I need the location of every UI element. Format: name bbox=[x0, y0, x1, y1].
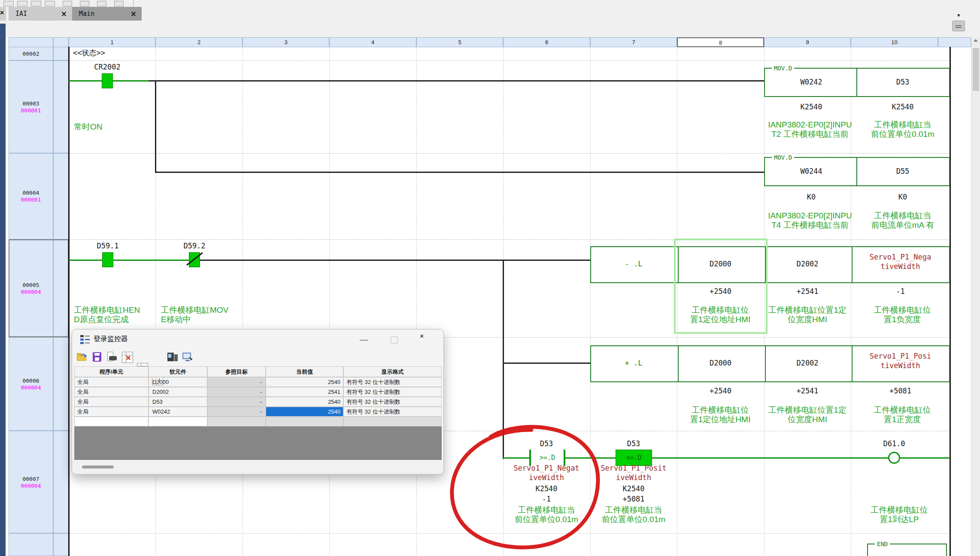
col-header-2[interactable]: 2 bbox=[155, 37, 243, 47]
col-header-9[interactable]: 9 bbox=[764, 37, 851, 47]
cell-device[interactable]: D53 bbox=[149, 397, 207, 407]
row-header-00003[interactable]: 00003 000001 bbox=[9, 60, 53, 153]
row-header-00006[interactable]: 00006 000004 bbox=[9, 337, 53, 431]
minimize-button[interactable] bbox=[360, 340, 368, 341]
operand[interactable]: D53 bbox=[859, 77, 947, 87]
gridline bbox=[69, 239, 950, 240]
toolbar-separator bbox=[133, 0, 133, 6]
maximize-button[interactable] bbox=[391, 336, 398, 344]
scrollbar-thumb[interactable] bbox=[973, 48, 979, 91]
operand[interactable]: D2002 bbox=[764, 358, 851, 368]
toolbar-button[interactable] bbox=[97, 1, 106, 6]
operand-comment: IANP3802-EP0[2]INPUT2 工件横移电缸当前 bbox=[763, 120, 857, 139]
toolbar-button[interactable] bbox=[63, 1, 72, 6]
tab-main[interactable]: Main × bbox=[72, 7, 142, 21]
col-header-display-format[interactable]: 显示格式 bbox=[343, 366, 442, 377]
cell-empty[interactable] bbox=[149, 417, 207, 426]
operand-symbol[interactable]: Servo1_P1_PositiveWidth bbox=[851, 351, 950, 370]
cell-value[interactable]: 2540 bbox=[266, 377, 343, 387]
cell-scope[interactable]: 全局 bbox=[74, 407, 149, 417]
cell-empty[interactable] bbox=[266, 417, 343, 426]
cell-reference[interactable]: - bbox=[207, 407, 266, 417]
horizontal-scrollbar[interactable] bbox=[72, 460, 443, 474]
row-header-00004[interactable]: 00004 000001 bbox=[9, 153, 53, 239]
cell-empty[interactable] bbox=[74, 417, 149, 426]
cell-value[interactable]: 2540 bbox=[266, 397, 343, 407]
cell-value-selected[interactable]: 2540 bbox=[266, 407, 343, 417]
row-step: 000004 bbox=[9, 483, 53, 490]
col-header-current-value[interactable]: 当前值 bbox=[266, 366, 343, 377]
cell-reference[interactable]: - bbox=[207, 387, 266, 397]
cell-format[interactable]: 有符号 32 位十进制数 bbox=[343, 397, 442, 407]
window-title-bar[interactable]: 登录监控器 × bbox=[72, 329, 443, 349]
toolbar-button[interactable] bbox=[80, 1, 89, 6]
operand[interactable]: D55 bbox=[859, 166, 947, 176]
operand[interactable]: W0244 bbox=[768, 166, 854, 176]
col-header-5[interactable]: 5 bbox=[416, 37, 503, 47]
tab-fragment[interactable]: × bbox=[0, 7, 6, 21]
scrollbar-thumb[interactable] bbox=[82, 465, 114, 468]
cell-device[interactable]: W0242 bbox=[149, 407, 207, 417]
toolbar-button[interactable] bbox=[45, 1, 55, 6]
ladder-canvas[interactable] bbox=[6, 37, 971, 556]
row-header-00007[interactable]: 00007 000004 bbox=[9, 431, 53, 533]
col-header-3[interactable]: 3 bbox=[243, 37, 329, 47]
register-monitor-window[interactable]: 登录监控器 × ↷ × ↓ ↑ bbox=[72, 329, 444, 474]
find-register-icon[interactable] bbox=[106, 352, 118, 363]
wire bbox=[503, 363, 590, 364]
col-header-10[interactable]: 10 bbox=[851, 37, 938, 47]
cell-scope[interactable]: 全局 bbox=[74, 377, 149, 387]
cell-value[interactable]: 2541 bbox=[266, 387, 343, 397]
vertical-scrollbar[interactable] bbox=[971, 37, 980, 556]
monitor-display-icon[interactable]: ↘ bbox=[182, 352, 194, 363]
cell-format[interactable]: 有符号 32 位十进制数 bbox=[343, 377, 442, 387]
splitter-button[interactable] bbox=[952, 21, 965, 31]
cell-scope[interactable]: 全局 bbox=[74, 387, 149, 397]
save-icon[interactable] bbox=[92, 352, 103, 363]
col-header-device[interactable]: 软元件 bbox=[149, 366, 207, 377]
coil-comment: 工件横移电缸位置1到达LP bbox=[854, 505, 945, 524]
operand[interactable]: W0242 bbox=[768, 77, 854, 87]
cell-device[interactable]: D2000 bbox=[149, 377, 207, 387]
col-header-7[interactable]: 7 bbox=[590, 37, 677, 47]
no-contact-on[interactable] bbox=[102, 252, 113, 267]
cell-reference[interactable]: - bbox=[207, 377, 266, 387]
tab-close-icon[interactable]: × bbox=[0, 9, 4, 17]
scrollbar-up-icon[interactable] bbox=[974, 39, 978, 42]
output-coil[interactable] bbox=[888, 452, 900, 464]
cell-format[interactable]: 有符号 32 位十进制数 bbox=[343, 407, 442, 417]
toolbar-button[interactable] bbox=[31, 1, 41, 6]
tab-iai[interactable]: IAI × bbox=[9, 7, 72, 21]
col-header-program[interactable]: 程序/单元 bbox=[74, 366, 149, 377]
operand[interactable]: D2002 bbox=[764, 259, 851, 269]
folder-open-icon[interactable]: ↷ bbox=[77, 352, 88, 363]
cell-device[interactable]: D2002 bbox=[149, 387, 207, 397]
col-header-6[interactable]: 6 bbox=[503, 37, 590, 47]
col-header-reference[interactable]: 参照目标 bbox=[207, 366, 266, 377]
col-header-8-selected[interactable]: 8 bbox=[677, 37, 764, 47]
monitor-value: +5081 bbox=[589, 494, 679, 504]
toolbar-button[interactable] bbox=[3, 1, 14, 6]
close-button[interactable]: × bbox=[420, 332, 424, 340]
col-header-1[interactable]: 1 bbox=[69, 37, 155, 47]
toolbar-button[interactable] bbox=[17, 1, 27, 6]
row-header-00002[interactable]: 00002 bbox=[9, 47, 53, 60]
delete-row-icon[interactable]: × bbox=[122, 352, 133, 363]
cell-empty[interactable] bbox=[207, 417, 266, 426]
no-contact-on[interactable] bbox=[102, 73, 113, 88]
toolbar-button[interactable] bbox=[114, 1, 124, 6]
operand-symbol[interactable]: Servo1_P1_NegativeWidth bbox=[851, 252, 950, 271]
cell-reference[interactable]: - bbox=[207, 397, 266, 407]
contact-comment: 常时ON bbox=[74, 122, 103, 132]
col-header-4[interactable]: 4 bbox=[329, 37, 416, 47]
gridline bbox=[69, 153, 950, 154]
tab-close-icon[interactable]: × bbox=[130, 7, 137, 21]
chevron-down-icon[interactable]: ▾ bbox=[957, 12, 960, 18]
end-instruction-box[interactable]: END bbox=[867, 544, 947, 556]
cell-format[interactable]: 有符号 32 位十进制数 bbox=[343, 387, 442, 397]
cell-scope[interactable]: 全局 bbox=[74, 397, 149, 407]
device-write-icon[interactable] bbox=[167, 352, 179, 363]
operand[interactable]: D2000 bbox=[677, 358, 764, 368]
tab-close-icon[interactable]: × bbox=[61, 7, 67, 21]
cell-empty[interactable] bbox=[343, 417, 442, 426]
